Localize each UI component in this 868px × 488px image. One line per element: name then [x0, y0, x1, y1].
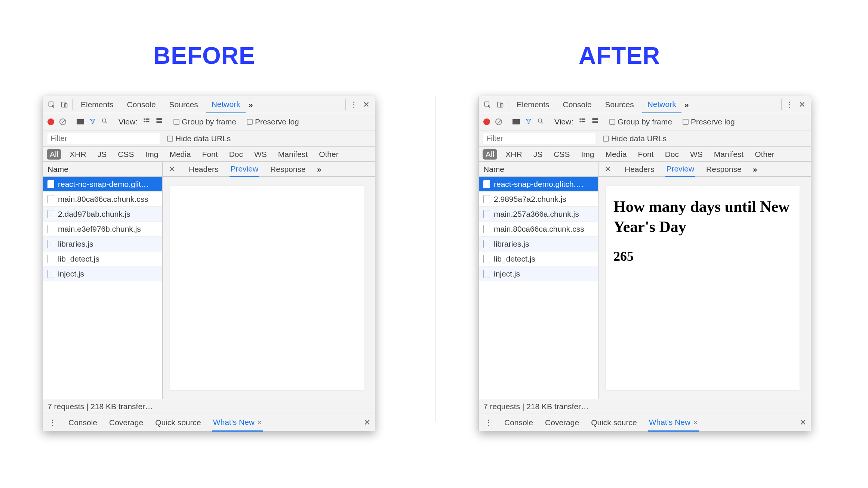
- type-all[interactable]: All: [47, 149, 61, 160]
- record-icon[interactable]: [483, 118, 490, 125]
- type-doc[interactable]: Doc: [226, 149, 246, 160]
- group-by-frame-checkbox[interactable]: Group by frame: [609, 117, 672, 126]
- type-other[interactable]: Other: [316, 149, 342, 160]
- more-tabs-icon[interactable]: »: [249, 100, 253, 109]
- type-manifest[interactable]: Manifest: [711, 149, 747, 160]
- request-row[interactable]: 2.9895a7a2.chunk.js: [479, 192, 598, 207]
- list-view-icon[interactable]: [579, 117, 586, 126]
- subtab-headers[interactable]: Headers: [624, 162, 655, 177]
- filter-icon[interactable]: [525, 117, 532, 126]
- close-devtools-icon[interactable]: ✕: [361, 100, 371, 109]
- request-row[interactable]: main.80ca66ca.chunk.css: [479, 222, 598, 237]
- request-row[interactable]: libraries.js: [43, 237, 162, 251]
- list-view-icon[interactable]: [143, 117, 150, 126]
- hide-data-urls-checkbox[interactable]: Hide data URLs: [603, 134, 667, 143]
- subtab-response[interactable]: Response: [705, 162, 742, 177]
- tab-elements[interactable]: Elements: [511, 96, 555, 113]
- screenshot-icon[interactable]: [77, 119, 84, 124]
- tab-console[interactable]: Console: [122, 96, 161, 113]
- hide-data-urls-checkbox[interactable]: Hide data URLs: [167, 134, 231, 143]
- type-xhr[interactable]: XHR: [502, 149, 525, 160]
- type-ws[interactable]: WS: [251, 149, 270, 160]
- subtab-response[interactable]: Response: [270, 162, 307, 177]
- request-row[interactable]: react-no-snap-demo.glit…: [43, 177, 162, 192]
- drawer-quick[interactable]: Quick source: [154, 414, 202, 431]
- record-icon[interactable]: [47, 118, 54, 125]
- screenshot-icon[interactable]: [513, 119, 520, 124]
- filter-icon[interactable]: [89, 117, 96, 126]
- type-css[interactable]: CSS: [115, 149, 137, 160]
- large-view-icon[interactable]: [591, 117, 599, 126]
- drawer-menu-icon[interactable]: ⋮: [47, 418, 57, 427]
- type-font[interactable]: Font: [635, 149, 657, 160]
- drawer-coverage[interactable]: Coverage: [544, 414, 580, 431]
- more-subtabs-icon[interactable]: »: [317, 165, 322, 174]
- clear-icon[interactable]: [495, 118, 502, 125]
- close-tab-icon[interactable]: ✕: [693, 419, 698, 426]
- request-row[interactable]: lib_detect.js: [43, 251, 162, 266]
- type-js[interactable]: JS: [530, 149, 546, 160]
- search-icon[interactable]: [537, 117, 544, 126]
- type-css[interactable]: CSS: [551, 149, 573, 160]
- type-img[interactable]: Img: [142, 149, 161, 160]
- type-all[interactable]: All: [483, 149, 497, 160]
- kebab-menu-icon[interactable]: ⋮: [349, 100, 358, 109]
- type-manifest[interactable]: Manifest: [275, 149, 311, 160]
- close-details-icon[interactable]: ✕: [604, 164, 611, 174]
- tab-console[interactable]: Console: [558, 96, 597, 113]
- close-devtools-icon[interactable]: ✕: [797, 100, 807, 109]
- group-by-frame-checkbox[interactable]: Group by frame: [173, 117, 236, 126]
- tab-sources[interactable]: Sources: [164, 96, 203, 113]
- type-other[interactable]: Other: [752, 149, 778, 160]
- preserve-log-checkbox[interactable]: Preserve log: [247, 117, 299, 126]
- request-row[interactable]: 2.dad97bab.chunk.js: [43, 207, 162, 222]
- subtab-preview[interactable]: Preview: [230, 161, 259, 177]
- close-tab-icon[interactable]: ✕: [257, 419, 262, 426]
- request-row[interactable]: inject.js: [43, 266, 162, 281]
- clear-icon[interactable]: [59, 118, 66, 125]
- request-row[interactable]: inject.js: [479, 266, 598, 281]
- drawer-console[interactable]: Console: [504, 414, 534, 431]
- preserve-log-checkbox[interactable]: Preserve log: [683, 117, 735, 126]
- tab-elements[interactable]: Elements: [76, 96, 119, 113]
- request-row[interactable]: main.80ca66ca.chunk.css: [43, 192, 162, 207]
- more-subtabs-icon[interactable]: »: [753, 165, 758, 174]
- type-media[interactable]: Media: [602, 149, 630, 160]
- search-icon[interactable]: [101, 117, 108, 126]
- request-row[interactable]: lib_detect.js: [479, 251, 598, 266]
- tab-network[interactable]: Network: [206, 96, 246, 114]
- filter-input[interactable]: [483, 133, 595, 144]
- request-row[interactable]: libraries.js: [479, 237, 598, 251]
- type-ws[interactable]: WS: [687, 149, 706, 160]
- request-row[interactable]: main.e3ef976b.chunk.js: [43, 222, 162, 237]
- subtab-preview[interactable]: Preview: [665, 161, 695, 177]
- drawer-whatsnew[interactable]: What's New✕: [212, 414, 263, 432]
- inspect-element-icon[interactable]: [47, 100, 56, 109]
- tab-network[interactable]: Network: [642, 96, 681, 114]
- request-row[interactable]: main.257a366a.chunk.js: [479, 207, 598, 222]
- close-details-icon[interactable]: ✕: [169, 164, 175, 174]
- device-toolbar-icon[interactable]: [59, 100, 69, 109]
- type-img[interactable]: Img: [578, 149, 597, 160]
- drawer-console[interactable]: Console: [68, 414, 98, 431]
- subtab-headers[interactable]: Headers: [188, 162, 219, 177]
- drawer-whatsnew[interactable]: What's New✕: [648, 414, 699, 432]
- drawer-menu-icon[interactable]: ⋮: [483, 418, 493, 427]
- request-row[interactable]: react-snap-demo.glitch.…: [479, 177, 598, 192]
- tab-sources[interactable]: Sources: [600, 96, 639, 113]
- type-media[interactable]: Media: [166, 149, 194, 160]
- drawer-quick[interactable]: Quick source: [590, 414, 638, 431]
- device-toolbar-icon[interactable]: [495, 100, 505, 109]
- drawer-coverage[interactable]: Coverage: [108, 414, 144, 431]
- type-js[interactable]: JS: [95, 149, 110, 160]
- type-doc[interactable]: Doc: [662, 149, 682, 160]
- kebab-menu-icon[interactable]: ⋮: [785, 100, 794, 109]
- close-drawer-icon[interactable]: ✕: [364, 418, 370, 427]
- close-drawer-icon[interactable]: ✕: [800, 418, 806, 427]
- inspect-element-icon[interactable]: [483, 100, 492, 109]
- type-font[interactable]: Font: [199, 149, 221, 160]
- more-tabs-icon[interactable]: »: [684, 100, 689, 109]
- type-xhr[interactable]: XHR: [67, 149, 89, 160]
- filter-input[interactable]: [47, 133, 160, 144]
- large-view-icon[interactable]: [156, 117, 163, 126]
